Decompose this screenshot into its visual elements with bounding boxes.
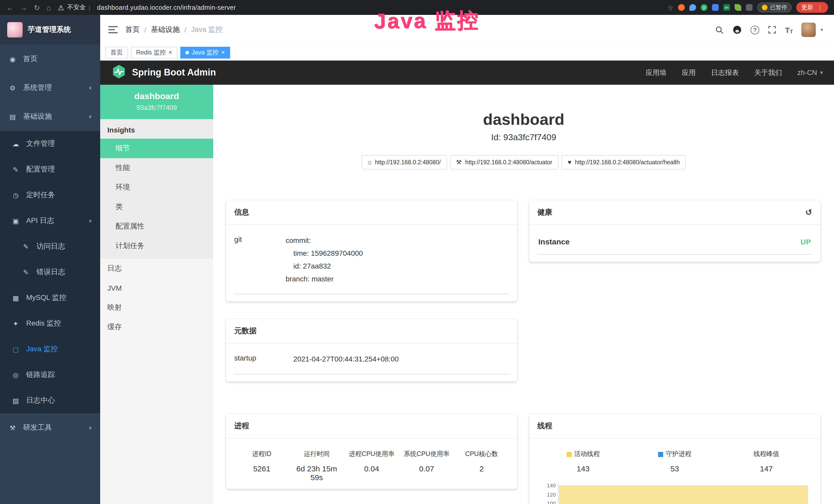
extension-icon-leaf[interactable] [734, 4, 741, 11]
sidebar-item-access-log[interactable]: ✎ 访问日志 [0, 234, 100, 259]
user-avatar[interactable] [802, 23, 816, 37]
bookmark-star-icon[interactable]: ☆ [667, 4, 674, 11]
tab-label: Java 监控 [192, 48, 219, 57]
health-card-title: 健康 [537, 207, 552, 217]
update-button[interactable]: 更新 ⋮ [796, 2, 828, 13]
sidebar-item-java-monitor[interactable]: ▢ Java 监控 [0, 336, 100, 362]
legend-peak-threads: 线程峰值 147 [721, 450, 812, 473]
fullscreen-icon[interactable] [768, 26, 776, 34]
sba-side-item-environment[interactable]: 环境 [100, 178, 213, 197]
gear-icon: ⚙ [8, 84, 17, 92]
font-size-icon[interactable]: TT [785, 25, 793, 34]
sba-brand[interactable]: Spring Boot Admin [132, 67, 216, 78]
url-divider: | [89, 4, 90, 11]
help-icon[interactable]: ? [750, 25, 759, 34]
actuator-url-button[interactable]: ⚒ http://192.168.0.2:48080/actuator [450, 155, 558, 169]
sba-nav-applications[interactable]: 应用 [682, 68, 696, 77]
sidebar-item-home[interactable]: ◉ 首页 [0, 45, 100, 73]
extension-icon-grid[interactable] [712, 4, 719, 11]
git-branch-line: branch: master [286, 273, 363, 285]
threads-card: 线程 活动线程 143 守护进程 53 [529, 414, 820, 504]
dashboard-icon: ◉ [8, 55, 17, 63]
sidebar-item-label: 链路追踪 [26, 370, 55, 380]
address-bar[interactable]: dashboard.yudao.iocoder.cn/infra/admin-s… [97, 4, 236, 11]
error-log-icon: ✎ [22, 268, 30, 276]
tab-redis-monitor[interactable]: Redis 监控 × [131, 46, 177, 58]
close-icon[interactable]: × [221, 49, 225, 55]
sba-side-item-metrics[interactable]: 性能 [100, 158, 213, 178]
instance-name: dashboard [103, 91, 210, 102]
sba-side-item-config-props[interactable]: 配置属性 [100, 217, 213, 236]
legend-value: 143 [537, 464, 629, 473]
sidebar-submenu-api-logs: ✎ 访问日志 ✎ 错误日志 [0, 234, 100, 285]
search-icon[interactable] [715, 25, 724, 34]
threads-card-title: 线程 [537, 421, 552, 431]
y-tick: 120 [547, 491, 556, 498]
sba-side-item-classes[interactable]: 类 [100, 197, 213, 217]
extensions-puzzle-icon[interactable] [746, 4, 752, 11]
sba-nav-wallboard[interactable]: 应用墙 [645, 68, 666, 77]
avatar-caret-icon[interactable]: ▾ [821, 27, 823, 32]
app-logo-row[interactable]: 芋道管理系统 [0, 15, 100, 45]
sidebar-item-devtools[interactable]: ⚒ 研发工具 ∨ [0, 413, 100, 442]
security-chip[interactable]: ⚠ 不安全 | [58, 3, 90, 12]
sidebar-item-scheduled-jobs[interactable]: ◷ 定时任务 [0, 182, 100, 208]
sba-side-item-caches[interactable]: 缓存 [100, 317, 213, 337]
process-metric-uptime: 运行时间 6d 23h 15m 59s [289, 450, 344, 482]
legend-value: 53 [629, 464, 721, 473]
sba-side-item-mappings[interactable]: 映射 [100, 298, 213, 317]
process-card: 进程 进程ID 5261 运行时间 6d 23h 15m 59s [226, 414, 517, 489]
sidebar-item-redis-monitor[interactable]: ✦ Redis 监控 [0, 311, 100, 336]
legend-label: 线程峰值 [753, 450, 779, 459]
breadcrumb-infra[interactable]: 基础设施 [151, 25, 180, 35]
extension-icon-on-badge[interactable]: on [723, 4, 730, 11]
back-icon[interactable]: ← [6, 4, 13, 11]
sba-nav-journal[interactable]: 日志报表 [711, 68, 739, 77]
extension-icon-drop[interactable] [689, 4, 696, 11]
threads-card-header: 线程 [529, 414, 820, 438]
service-url-button[interactable]: ⌂ http://192.168.0.2:48080/ [361, 155, 447, 169]
sidebar-item-log-center[interactable]: ▧ 日志中心 [0, 388, 100, 413]
sba-logo[interactable] [111, 64, 126, 81]
extension-icon-green-circle[interactable]: y [701, 4, 707, 11]
sidebar-item-system[interactable]: ⚙ 系统管理 ∨ [0, 73, 100, 102]
sidebar-item-infra[interactable]: ▤ 基础设施 ∧ [0, 102, 100, 131]
breadcrumb-home[interactable]: 首页 [125, 25, 140, 35]
process-metric-cpu: 进程CPU使用率 0.04 [344, 450, 399, 482]
font-size-small-glyph: T [790, 28, 793, 34]
hamburger-icon[interactable] [108, 26, 118, 34]
forward-icon[interactable]: → [20, 4, 27, 11]
sidebar-item-api-logs[interactable]: ▣ API 日志 ∧ [0, 208, 100, 234]
reload-icon[interactable]: ↻ [34, 4, 40, 11]
github-icon[interactable] [732, 25, 742, 35]
chevron-up-icon: ∧ [89, 114, 92, 119]
sidebar-item-files[interactable]: ☁ 文件管理 [0, 131, 100, 157]
history-icon[interactable]: ↺ [805, 207, 812, 217]
sidebar-item-mysql-monitor[interactable]: ▦ MySQL 监控 [0, 285, 100, 311]
extension-icon-fox[interactable] [678, 4, 685, 11]
sba-side-item-details[interactable]: 细节 [100, 139, 213, 158]
mysql-icon: ▦ [11, 294, 20, 302]
trace-icon: ◎ [11, 371, 20, 379]
kebab-menu-icon[interactable]: ⋮ [817, 4, 823, 10]
tab-java-monitor[interactable]: Java 监控 × [180, 46, 230, 58]
sidebar-item-tracing[interactable]: ◎ 链路追踪 [0, 362, 100, 388]
metric-label: 进程CPU使用率 [344, 450, 399, 459]
close-icon[interactable]: × [169, 49, 172, 55]
health-url-button[interactable]: ♥ http://192.168.0.2:48080/actuator/heal… [562, 155, 686, 169]
config-icon: ✎ [11, 166, 20, 173]
home-icon[interactable]: ⌂ [46, 4, 51, 11]
sba-side-item-scheduled-tasks[interactable]: 计划任务 [100, 236, 213, 256]
profile-chip[interactable]: 已暂停 [757, 3, 792, 12]
sba-side-item-jvm[interactable]: JVM [100, 278, 213, 298]
instance-header[interactable]: dashboard 93a3fc7f7409 [100, 85, 213, 119]
sba-nav-about[interactable]: 关于我们 [754, 68, 782, 77]
profile-smiley-icon [762, 5, 767, 10]
breadcrumb-current: Java 监控 [191, 25, 223, 35]
sba-locale-select[interactable]: zh-CN ▾ [797, 69, 823, 76]
sidebar-item-error-log[interactable]: ✎ 错误日志 [0, 259, 100, 285]
sidebar-item-config[interactable]: ✎ 配置管理 [0, 157, 100, 182]
sba-side-item-logs[interactable]: 日志 [100, 259, 213, 278]
profile-chip-label: 已暂停 [770, 4, 787, 11]
tab-home[interactable]: 首页 [105, 46, 128, 58]
